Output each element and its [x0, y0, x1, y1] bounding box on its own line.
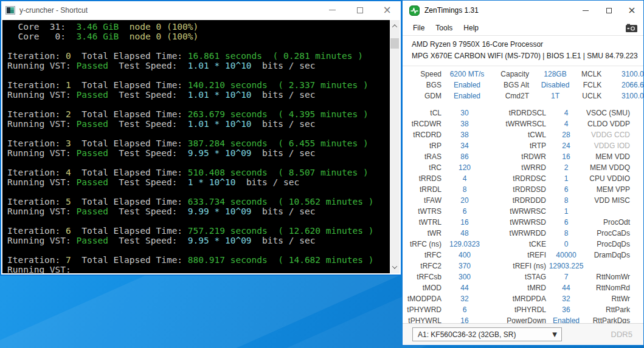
menu-file[interactable]: File	[407, 21, 430, 35]
timing-value: 16	[546, 151, 586, 162]
console-app-icon	[5, 6, 15, 15]
timing-value: 1	[546, 173, 586, 184]
console-line: Iteration: 5 Total Elapsed Time: 633.734…	[7, 197, 390, 206]
timing-label: tPHYRDL	[488, 304, 546, 315]
timing-label: tRFC2	[406, 261, 441, 271]
timing-value: 38	[441, 118, 488, 129]
console-blank-line	[7, 100, 390, 109]
zentimings-window: ZenTimings 1.31 × File Tools Help	[402, 0, 644, 346]
timing-label: tREFI	[488, 250, 546, 261]
timing-label: RttNomRd	[586, 282, 636, 293]
menu-help[interactable]: Help	[458, 21, 484, 35]
timing-label: tFAW	[406, 195, 441, 206]
console-line: Iteration: 4 Total Elapsed Time: 510.408…	[7, 168, 390, 177]
timing-label: tWRWRSC	[488, 206, 546, 217]
timing-value: N/A	[636, 129, 644, 140]
timing-value: 48	[441, 228, 488, 239]
timing-value: 8	[546, 195, 586, 206]
console-line: Core 31: 3.46 GiB node 0 (100%)	[7, 22, 390, 32]
console-output: Core 31: 3.46 GiB node 0 (100%) Core 0: …	[2, 20, 390, 273]
timing-label: tSTAG	[488, 271, 546, 282]
timing-value: 32	[546, 293, 586, 304]
timing-label: tWR	[406, 228, 441, 239]
timing-value: 34.3 Ω	[636, 239, 644, 250]
scroll-up-button[interactable]	[390, 21, 400, 31]
timing-value: 6	[441, 304, 488, 315]
timing-value: 0.9472V	[636, 118, 644, 129]
scrollbar-thumb[interactable]	[390, 38, 399, 49]
timing-label: MCLK	[581, 69, 608, 80]
maximize-icon	[357, 7, 363, 13]
console-line: Core 0: 3.46 GiB node 0 (100%)	[7, 32, 390, 41]
timing-value: 2	[546, 162, 586, 173]
timing-label: tRFC (ns)	[406, 239, 441, 250]
timing-value: 400	[441, 250, 488, 261]
timing-value: 129.0323	[441, 239, 488, 250]
timing-value: 128GB	[529, 69, 581, 80]
chevron-down-icon	[392, 264, 397, 268]
camera-icon	[626, 24, 637, 32]
dimm-selected-value: A1: KF560C36-32 (32GB, SR)	[418, 330, 552, 339]
console-minimize-button[interactable]	[319, 1, 346, 19]
zentimings-titlebar[interactable]: ZenTimings 1.31 ×	[403, 1, 643, 20]
timing-value: 370	[441, 261, 488, 271]
console-close-button[interactable]: ×	[373, 1, 401, 19]
timing-value: 1.8000V	[636, 184, 644, 195]
console-line: Running VST: Passed Test Speed: 1.01 * 1…	[7, 119, 390, 129]
timing-label: VDD MISC	[586, 195, 636, 206]
timing-label: GDM	[406, 90, 441, 101]
timing-value: 48.0 Ω	[636, 217, 644, 228]
timing-label: VDDG IOD	[586, 140, 636, 151]
timing-value: RZQ/5 (48)	[636, 304, 644, 315]
console-maximize-button[interactable]	[346, 1, 373, 19]
timing-value: 44	[546, 282, 586, 293]
timing-value: 2066.67	[608, 80, 644, 90]
timing-value	[636, 206, 644, 217]
dimm-select-dropdown[interactable]: A1: KF560C36-32 (32GB, SR) ▼	[412, 327, 562, 341]
console-line: Running VST: Passed Test Speed: 1 * 10^1…	[7, 177, 390, 187]
timing-value: Disabled	[529, 80, 581, 90]
timing-label: tMRD	[488, 282, 546, 293]
screenshot-button[interactable]	[625, 22, 638, 33]
zentimings-menubar: File Tools Help	[403, 20, 643, 36]
timing-value: 12903.225	[546, 261, 586, 271]
console-line: Running VST: Passed Test Speed: 1.01 * 1…	[7, 90, 390, 100]
console-titlebar[interactable]: y-cruncher - Shortcut ×	[1, 1, 401, 19]
motherboard-info: MPG X670E CARBON WIFI (MS-7D70) | BIOS 1…	[412, 50, 637, 62]
timing-label: CLDO VDDP	[586, 118, 636, 129]
timing-label: CPU VDDIO	[586, 173, 636, 184]
timing-value: 4	[441, 173, 488, 184]
zentimings-window-controls: ×	[574, 1, 643, 20]
console-line: Running VST: Passed Test Speed: 1.01 * 1…	[7, 61, 390, 70]
zt-top-grid: Speed6200 MT/sCapacity128GBMCLK3100.00BG…	[403, 69, 643, 101]
timing-label: RttPark	[586, 304, 636, 315]
timing-value: 1.2002V	[636, 107, 644, 118]
scroll-down-button[interactable]	[390, 262, 400, 272]
console-line: Running VST: Passed Test Speed: 9.99 * 1…	[7, 206, 390, 216]
console-line: Running VST:	[7, 265, 390, 273]
zentimings-maximize-button[interactable]	[597, 1, 620, 20]
console-scrollbar[interactable]	[390, 20, 400, 273]
zentimings-minimize-button[interactable]	[574, 1, 597, 20]
console-blank-line	[7, 41, 390, 51]
timing-label: tWTRL	[406, 217, 441, 228]
timing-label: tRCDWR	[406, 118, 441, 129]
console-blank-line	[7, 129, 390, 138]
timing-label: tRC	[406, 162, 441, 173]
zentimings-close-button[interactable]: ×	[620, 1, 643, 20]
timing-label: ProcDqDs	[586, 239, 636, 250]
timing-value: 16	[441, 217, 488, 228]
timing-label: tCL	[406, 107, 441, 118]
timing-value: 1.3500V	[636, 151, 644, 162]
timing-label: DramDqDs	[586, 250, 636, 261]
timing-value: 20	[441, 195, 488, 206]
timing-label: UCLK	[581, 90, 608, 101]
timing-label: tWRRD	[488, 162, 546, 173]
console-blank-line	[7, 158, 390, 168]
cpu-name: AMD Ryzen 9 7950X 16-Core Processor	[412, 39, 637, 50]
menu-tools[interactable]: Tools	[430, 21, 458, 35]
timing-value	[636, 261, 644, 271]
timing-label: tRTP	[488, 140, 546, 151]
ddr-type-label: DDR5	[611, 330, 632, 339]
timing-label: tRRDS	[406, 173, 441, 184]
